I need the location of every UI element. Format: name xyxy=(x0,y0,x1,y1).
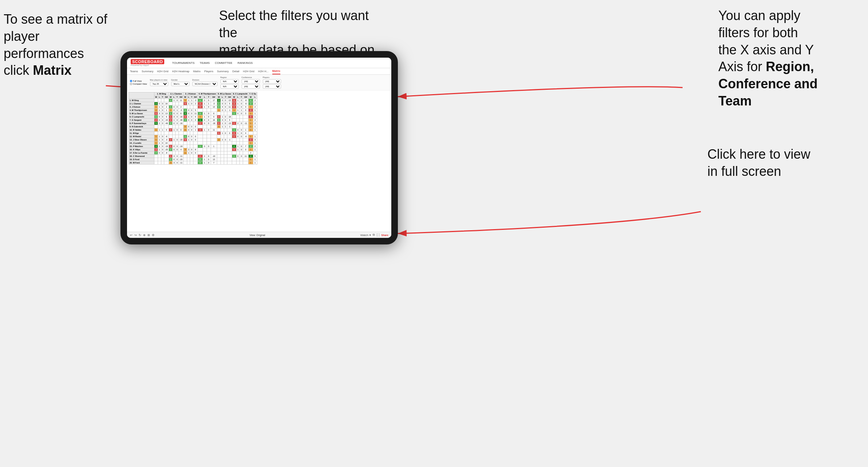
tab-matrix-active[interactable]: Matrix xyxy=(272,69,280,74)
table-row: 5. M La Sasso030131006400110106100311 xyxy=(129,112,257,115)
nav-committee[interactable]: COMMITTEE xyxy=(215,61,233,65)
filter-row: Full View Compact View Max players in vi… xyxy=(127,75,391,90)
annotation-right: You can apply filters for both the X axi… xyxy=(718,7,857,110)
settings-icon[interactable]: ⚙ xyxy=(152,234,154,237)
table-row: 16. K Vilips310-2520043308010011 xyxy=(129,148,257,151)
col-header-2: 2. L Clanton xyxy=(169,92,183,96)
sub-tabs: Teams Summary H2H Grid H2H Heatmap Matri… xyxy=(127,68,391,75)
tab-matrix[interactable]: Matrix xyxy=(193,70,200,74)
division-select[interactable]: NCAA Division I xyxy=(192,82,218,86)
grid-icon[interactable]: ⊞ xyxy=(147,234,150,237)
matrix-container[interactable]: 1. W Ding 2. L Clanton 3. J Koivun 4. M … xyxy=(127,90,391,232)
region-filter: Region N/A N/A xyxy=(220,76,239,89)
view-options: Full View Compact View xyxy=(130,80,147,85)
layout-icon[interactable]: ⧉ xyxy=(373,233,375,237)
table-row: 6. C Lamprecht1006130-1601001100010-1601 xyxy=(129,115,257,119)
conference-filter: Conference (All) (All) xyxy=(242,76,260,89)
table-row: 4. M Thorbjornsen2101101-31005101-111100… xyxy=(129,109,257,112)
col-header-4: 4. M Thorbjornsen xyxy=(198,92,217,96)
table-row: 20. M Ford330-11010711 xyxy=(129,161,257,165)
nav-rankings[interactable]: RANKINGS xyxy=(238,61,253,65)
nav-tournaments[interactable]: TOURNAMENTS xyxy=(172,61,195,65)
table-row: 12. M Riedel110-61000100-411 xyxy=(129,135,257,138)
table-row: 14. J Lundin1101011 xyxy=(129,142,257,145)
logo-powered: Powered by clippd xyxy=(131,64,164,66)
region-select2[interactable]: N/A xyxy=(220,84,239,89)
share-button[interactable]: Share xyxy=(381,234,388,236)
fullscreen-icon[interactable]: ⛶ xyxy=(377,234,380,237)
tab-summary2[interactable]: Summary xyxy=(217,70,228,74)
tab-summary[interactable]: Summary xyxy=(142,70,153,74)
nav-bar: SCOREBOARD Powered by clippd TOURNAMENTS… xyxy=(127,58,391,68)
tab-players[interactable]: Players xyxy=(204,70,213,74)
zoom-icon[interactable]: ⊕ xyxy=(143,234,146,237)
tablet-device: SCOREBOARD Powered by clippd TOURNAMENTS… xyxy=(120,51,398,244)
matrix-body: 1. W Ding21011111-21201730013010-6022. L… xyxy=(129,99,257,165)
nav-teams[interactable]: TEAMS xyxy=(200,61,210,65)
table-row: 8. P Summerhays520-48200-16100-18010-131… xyxy=(129,122,257,125)
tablet-screen: SCOREBOARD Powered by clippd TOURNAMENTS… xyxy=(127,58,391,238)
col-header-5: 5. M La Sasso xyxy=(217,92,232,96)
table-row: 13. J Skov Olesen110-3210-150100220-113 xyxy=(129,138,257,142)
players-select1[interactable]: (All) xyxy=(263,79,281,84)
table-row: 19. D Ford200-200101311 xyxy=(129,158,257,161)
tab-detail[interactable]: Detail xyxy=(233,70,239,74)
toolbar-left-icons: ↩ ↪ ↻ ⊕ ⊞ ⚙ xyxy=(130,234,154,237)
matrix-table: 1. W Ding 2. L Clanton 3. J Koivun 4. M … xyxy=(128,92,257,165)
table-row: 10. B Valdes11100100000101011100111 xyxy=(129,128,257,132)
col-header-1: 1. W Ding xyxy=(154,92,169,96)
players-select2[interactable]: (All) xyxy=(263,84,281,89)
table-row: 2. L Clanton200160102011-31005310-622 xyxy=(129,102,257,105)
region-select1[interactable]: N/A xyxy=(220,79,239,84)
compact-view-radio[interactable]: Compact View xyxy=(130,83,147,85)
toolbar-right-icons: Watch ▾ ⧉ ⛶ Share xyxy=(360,233,388,237)
logo-scoreboard: SCOREBOARD xyxy=(131,59,164,64)
tab-h2h-grid2[interactable]: H2H Grid xyxy=(243,70,254,74)
table-row: 7. G Sargent200-15210-48200010016100512 xyxy=(129,119,257,122)
col-header-6: 6. C Lamprecht xyxy=(232,92,249,96)
table-row: 3. J Koivun110210020101304011010312 xyxy=(129,105,257,109)
conference-select2[interactable]: (All) xyxy=(242,84,260,89)
annotation-left: To see a matrix of player performances c… xyxy=(4,11,120,79)
full-view-radio[interactable]: Full View xyxy=(130,80,147,82)
table-row: 11. M Ege01000104 xyxy=(129,132,257,135)
watch-button[interactable]: Watch ▾ xyxy=(360,234,371,237)
col-header-3: 3. J Koivun xyxy=(183,92,197,96)
tab-teams[interactable]: Teams xyxy=(130,70,138,74)
bottom-toolbar: ↩ ↪ ↻ ⊕ ⊞ ⚙ View: Original Watch ▾ ⧉ ⛶ S… xyxy=(127,232,391,238)
gender-filter: Gender Men's xyxy=(171,79,189,86)
undo-icon[interactable]: ↩ xyxy=(130,234,132,237)
redo-icon[interactable]: ↪ xyxy=(134,234,137,237)
max-players-filter: Max players in view Top 25 xyxy=(150,79,168,86)
tab-h2h-heatmap[interactable]: H2H Heatmap xyxy=(172,70,189,74)
tab-h2h-grid[interactable]: H2H Grid xyxy=(157,70,168,74)
conference-select1[interactable]: (All) xyxy=(242,79,260,84)
table-row: 18. C Sherwood130-11220-101001145 xyxy=(129,155,257,158)
logo-area: SCOREBOARD Powered by clippd xyxy=(131,59,164,66)
players-filter: Players (All) (All) xyxy=(263,76,281,89)
col-header-7: 7. G Sa xyxy=(248,92,257,96)
table-row: 9. N Gabrelcik0000011-111 xyxy=(129,125,257,128)
max-players-select[interactable]: Top 25 xyxy=(150,82,168,86)
refresh-icon[interactable]: ↻ xyxy=(139,234,141,237)
tab-h2h-h[interactable]: H2H H... xyxy=(258,70,269,74)
annotation-bottom-right: Click here to view in full screen xyxy=(707,146,846,180)
gender-select[interactable]: Men's xyxy=(171,82,189,86)
col-header-empty xyxy=(129,92,154,99)
toolbar-view-label: View: Original xyxy=(249,234,265,236)
table-row: 1. W Ding21011111-21201730013010-602 xyxy=(129,99,257,102)
division-filter: Division NCAA Division I xyxy=(192,79,218,86)
table-row: 17. S De La Fuente200-811002 xyxy=(129,151,257,155)
table-row: 15. P Maichon410-19100-191001410722 xyxy=(129,145,257,148)
